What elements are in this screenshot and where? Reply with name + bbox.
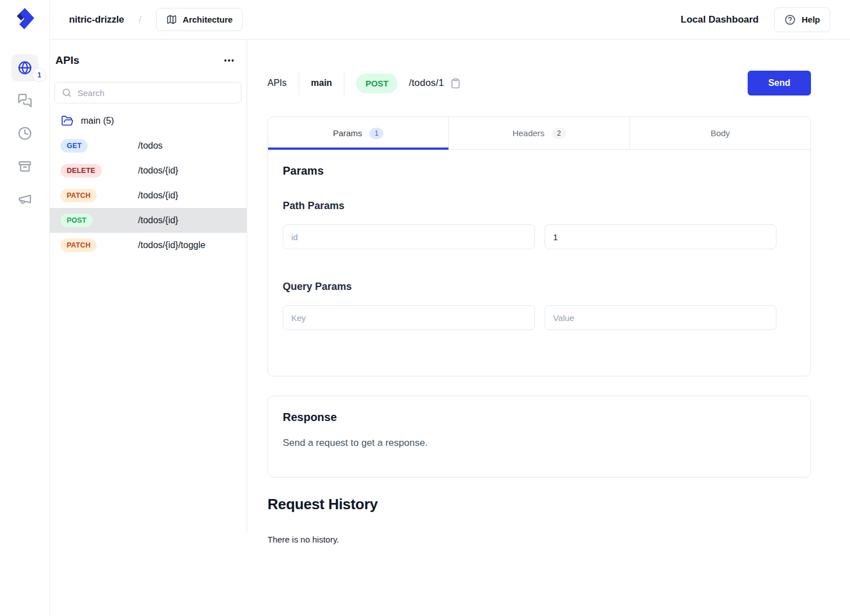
api-endpoint-row[interactable]: PATCH/todos/{id}/toggle	[50, 233, 247, 258]
tab-headers[interactable]: Headers2	[448, 117, 629, 150]
method-badge: PATCH	[61, 238, 97, 252]
tab-count-badge: 1	[369, 128, 383, 139]
query-param-key-input[interactable]	[283, 305, 535, 330]
path-param-value-input[interactable]	[545, 224, 776, 249]
query-param-value-input[interactable]	[545, 305, 776, 330]
api-endpoint-row[interactable]: DELETE/todos/{id}	[50, 158, 247, 183]
megaphone-icon	[18, 192, 32, 206]
request-config-card: Params1Headers2Body Params Path Params Q…	[267, 116, 811, 376]
tab-label: Body	[710, 128, 730, 138]
rail-item-websockets[interactable]	[11, 87, 38, 114]
method-badge: DELETE	[61, 164, 102, 177]
method-badge: POST	[61, 214, 93, 227]
api-endpoint-row[interactable]: PATCH/todos/{id}	[50, 183, 247, 208]
clock-icon	[18, 126, 32, 141]
sidebar-search	[54, 82, 241, 103]
clipboard-icon	[450, 78, 461, 89]
topbar: nitric-drizzle / Architecture Local Dash…	[50, 0, 850, 40]
rail-nav: 1	[11, 54, 38, 212]
chat-bubbles-icon	[18, 93, 32, 108]
architecture-button[interactable]: Architecture	[156, 8, 243, 31]
topbar-breadcrumb: nitric-drizzle / Architecture	[69, 8, 243, 31]
method-badge-wrap: DELETE	[61, 164, 138, 177]
method-badge-wrap: PATCH	[61, 189, 138, 202]
breadcrumb-separator: /	[139, 14, 141, 25]
help-label: Help	[801, 15, 820, 24]
response-card: Response Send a request to get a respons…	[267, 396, 811, 478]
map-icon	[166, 14, 177, 25]
sidebar-header: APIs	[55, 51, 238, 70]
method-badge-wrap: POST	[61, 214, 138, 227]
tab-label: Params	[333, 128, 363, 138]
topbar-right: Local Dashboard Help	[681, 7, 830, 32]
search-icon	[62, 88, 72, 98]
globe-icon	[18, 60, 32, 75]
api-endpoint-row[interactable]: POST/todos/{id}	[50, 208, 247, 233]
endpoint-path: /todos	[138, 141, 163, 151]
folder-open-icon	[61, 115, 74, 127]
copy-path-button[interactable]	[450, 78, 461, 89]
apis-sidebar: APIs main (5) GET/todosDELETE/todos/{id}…	[50, 40, 247, 533]
endpoint-path: /todos/{id}	[138, 166, 178, 176]
request-path: /todos/1	[409, 77, 444, 89]
params-panel: Params Path Params Query Params	[268, 150, 810, 345]
method-badge-wrap: PATCH	[61, 238, 138, 252]
request-history-empty-message: There is no history.	[267, 535, 339, 544]
nitric-logo-icon	[12, 6, 37, 31]
path-param-key-input[interactable]	[283, 224, 535, 249]
breadcrumb-divider	[299, 71, 299, 95]
rail-item-schedules[interactable]	[11, 120, 38, 147]
response-heading: Response	[283, 411, 796, 424]
help-button[interactable]: Help	[774, 7, 830, 32]
query-params-heading: Query Params	[283, 281, 796, 293]
breadcrumb-divider	[344, 71, 344, 95]
request-header: APIs main POST /todos/1 Send	[267, 71, 811, 96]
apis-count-badge: 1	[32, 68, 46, 82]
request-tabs: Params1Headers2Body	[268, 117, 810, 150]
architecture-label: Architecture	[183, 15, 232, 24]
request-method-badge: POST	[356, 73, 398, 93]
tab-label: Headers	[512, 128, 545, 138]
api-endpoint-row[interactable]: GET/todos	[50, 133, 247, 158]
endpoint-path: /todos/{id}	[138, 215, 178, 225]
method-badge-wrap: GET	[61, 139, 138, 153]
rail-item-topics[interactable]	[11, 185, 38, 212]
api-group-label: main (5)	[81, 116, 114, 126]
sidebar-menu-button[interactable]	[221, 52, 238, 69]
project-name: nitric-drizzle	[69, 14, 124, 25]
api-group-main[interactable]: main (5)	[50, 109, 247, 133]
request-breadcrumb: APIs main POST /todos/1	[267, 71, 461, 95]
rail-item-apis[interactable]: 1	[11, 54, 38, 81]
resource-rail: 1	[0, 0, 50, 616]
sidebar-title: APIs	[55, 54, 79, 67]
endpoint-path: /todos/{id}	[138, 190, 178, 201]
query-params-row	[283, 305, 796, 330]
request-history-heading: Request History	[267, 496, 378, 513]
archive-box-icon	[18, 159, 32, 173]
breadcrumb-group: main	[311, 78, 332, 88]
method-badge: GET	[61, 139, 88, 153]
nitric-logo[interactable]	[12, 6, 37, 32]
path-params-row	[283, 224, 796, 249]
send-button[interactable]: Send	[748, 71, 811, 96]
params-heading: Params	[283, 164, 796, 177]
help-circle-icon	[784, 14, 796, 25]
tab-params[interactable]: Params1	[268, 117, 448, 150]
rail-item-storage[interactable]	[11, 153, 38, 180]
method-badge: PATCH	[61, 189, 97, 202]
tab-count-badge: 2	[552, 128, 566, 139]
endpoint-path: /todos/{id}/toggle	[138, 240, 205, 250]
path-params-heading: Path Params	[283, 200, 796, 212]
dashboard-title: Local Dashboard	[681, 14, 759, 25]
search-input[interactable]	[77, 88, 234, 98]
endpoint-list: GET/todosDELETE/todos/{id}PATCH/todos/{i…	[50, 133, 247, 258]
breadcrumb-apis: APIs	[267, 78, 287, 88]
tab-body[interactable]: Body	[629, 117, 810, 150]
response-empty-message: Send a request to get a response.	[283, 437, 796, 449]
ellipsis-icon	[223, 54, 235, 67]
